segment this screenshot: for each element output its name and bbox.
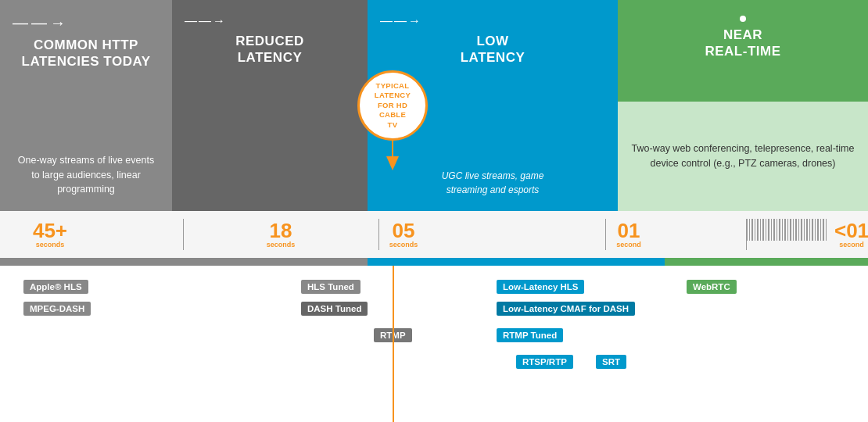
marker-01-value: 01 (618, 220, 640, 241)
proto-srt: SRT (596, 355, 626, 369)
proto-ll-cmaf: Low-Latency CMAF for DASH (497, 302, 635, 316)
proto-rtmp-tuned: RTMP Tuned (497, 328, 563, 342)
sections-row: ——→ COMMON HTTP LATENCIES TODAY One-way … (0, 0, 868, 211)
marker-01: 01 second (616, 220, 641, 249)
progress-row (0, 258, 868, 266)
progress-blue (368, 258, 665, 266)
marker-05: 05 seconds (389, 220, 418, 249)
marker-01-unit: second (616, 241, 641, 249)
timeline-inner: 45+ seconds 18 seconds 05 seconds 01 sec… (11, 211, 857, 258)
section-near-title: NEARREAL-TIME (705, 27, 780, 60)
proto-rtsp-rtp: RTSP/RTP (516, 355, 573, 369)
divider-1 (183, 219, 184, 250)
section-reduced-title: REDUCEDLATENCY (235, 33, 304, 66)
section-common-title: COMMON HTTP LATENCIES TODAY (13, 37, 160, 70)
timeline-row: 45+ seconds 18 seconds 05 seconds 01 sec… (0, 211, 868, 258)
bubble-wrapper: TYPICALLATENCYFOR HDCABLETV (357, 70, 428, 170)
marker-18: 18 seconds (267, 220, 296, 249)
marker-lt01-unit: second (839, 241, 864, 249)
marker-lt01-value: <01 (834, 220, 868, 241)
marker-18-unit: seconds (267, 241, 296, 249)
section-near: NEARREAL-TIME Two-way web conferencing, … (618, 0, 868, 211)
protocols-row: Apple® HLS MPEG-DASH HLS Tuned DASH Tune… (0, 266, 868, 422)
main-container: ——→ COMMON HTTP LATENCIES TODAY One-way … (0, 0, 868, 422)
progress-gray (0, 258, 368, 266)
marker-18-value: 18 (270, 220, 292, 241)
proto-hls-tuned: HLS Tuned (301, 280, 360, 294)
marker-05-value: 05 (393, 220, 415, 241)
marker-45-unit: seconds (36, 241, 65, 249)
divider-3 (605, 219, 606, 250)
proto-ll-hls: Low-Latency HLS (497, 280, 584, 294)
progress-green (665, 258, 868, 266)
vertical-line-05s (393, 266, 394, 422)
section-near-desc: Two-way web conferencing, telepresence, … (618, 102, 868, 211)
marker-45-value: 45+ (33, 220, 67, 241)
marker-45: 45+ seconds (33, 220, 67, 249)
proto-dash-tuned: DASH Tuned (301, 302, 368, 316)
section-low-title: LOWLATENCY (461, 33, 525, 66)
divider-2 (378, 219, 379, 250)
marker-05-unit: seconds (389, 241, 418, 249)
section-common-desc: One-way streams of live events to large … (13, 138, 160, 197)
proto-mpeg-dash: MPEG-DASH (23, 302, 91, 316)
tick-marks (746, 219, 827, 241)
latency-bubble: TYPICALLATENCYFOR HDCABLETV (357, 70, 428, 141)
section-reduced: ——→ REDUCEDLATENCY (172, 0, 368, 211)
bubble-arrow (386, 156, 399, 170)
section-low-desc: UGC live streams, gamestreaming and espo… (442, 130, 544, 197)
proto-apple-hls: Apple® HLS (23, 280, 88, 294)
section-common: ——→ COMMON HTTP LATENCIES TODAY One-way … (0, 0, 172, 211)
marker-lt01: <01 second (834, 220, 868, 249)
proto-webrtc: WebRTC (687, 280, 737, 294)
bubble-line (392, 141, 393, 156)
